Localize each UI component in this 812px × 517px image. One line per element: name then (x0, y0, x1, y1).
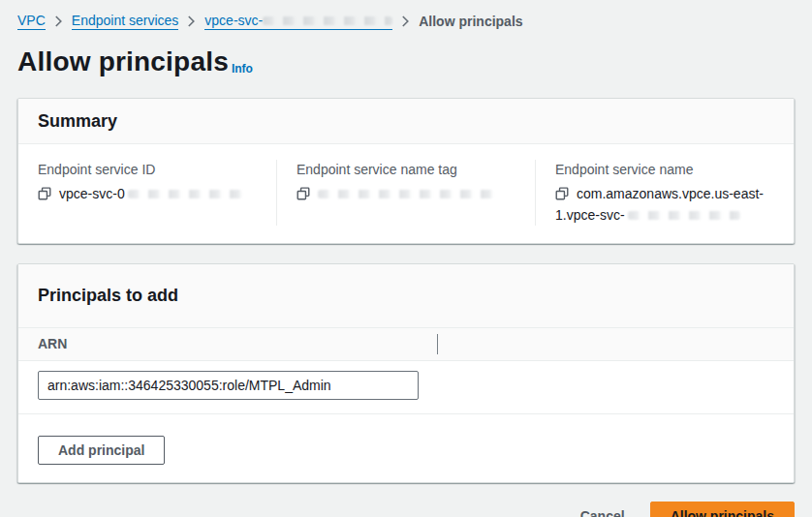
arn-input-row (18, 361, 794, 414)
principals-title: Principals to add (38, 285, 774, 306)
copy-icon[interactable] (38, 187, 51, 200)
breadcrumb-current: Allow principals (419, 13, 522, 30)
principals-card-header: Principals to add (18, 264, 794, 328)
chevron-right-icon (187, 15, 196, 27)
redacted-text (318, 190, 494, 198)
breadcrumb-link-vpc[interactable]: VPC (17, 12, 46, 30)
summary-body: Endpoint service ID vpce-svc-0 Endpoint … (18, 144, 794, 243)
summary-field-endpoint-service-name: Endpoint service name com.amazonaws.vpce… (535, 160, 794, 226)
summary-title: Summary (38, 111, 774, 131)
copy-icon[interactable] (555, 187, 569, 200)
breadcrumb: VPC Endpoint services vpce-svc- Allow pr… (17, 12, 795, 30)
field-value: com.amazonaws.vpce.us-east-1.vpce-svc- (555, 183, 774, 226)
breadcrumb-link-endpoint-services[interactable]: Endpoint services (72, 12, 179, 30)
column-divider (437, 334, 438, 354)
allow-principals-page: VPC Endpoint services vpce-svc- Allow pr… (0, 0, 812, 517)
redacted-text (263, 16, 392, 25)
field-value: vpce-svc-0 (38, 183, 257, 204)
service-id-prefix: vpce-svc- (204, 12, 263, 29)
redacted-text (128, 190, 242, 198)
page-title-row: Allow principals Info (17, 46, 795, 78)
redacted-text (628, 211, 740, 220)
arn-input[interactable] (38, 371, 419, 400)
chevron-right-icon (54, 15, 63, 27)
arn-column-label: ARN (38, 336, 67, 351)
field-label: Endpoint service name (555, 160, 774, 179)
field-value (297, 183, 515, 204)
chevron-right-icon (401, 15, 410, 27)
arn-column-header: ARN (18, 328, 794, 361)
allow-principals-button[interactable]: Allow principals (650, 502, 795, 517)
summary-card: Summary Endpoint service ID vpce-svc-0 E… (17, 98, 795, 244)
field-label: Endpoint service name tag (297, 160, 515, 179)
page-title: Allow principals (17, 46, 229, 78)
breadcrumb-link-service-id[interactable]: vpce-svc- (204, 12, 392, 30)
summary-field-endpoint-service-id: Endpoint service ID vpce-svc-0 (18, 160, 276, 226)
info-link[interactable]: Info (229, 62, 253, 78)
summary-card-header: Summary (18, 99, 794, 144)
principals-card-footer: Add principal (18, 414, 794, 482)
field-value-text: vpce-svc-0 (59, 186, 125, 201)
footer-actions: Cancel Allow principals (17, 502, 795, 517)
add-principal-button[interactable]: Add principal (38, 436, 165, 465)
field-label: Endpoint service ID (38, 160, 257, 179)
principals-to-add-card: Principals to add ARN Add principal (17, 263, 795, 483)
cancel-button[interactable]: Cancel (580, 503, 625, 517)
summary-field-endpoint-service-name-tag: Endpoint service name tag (276, 160, 535, 226)
copy-icon[interactable] (297, 187, 310, 200)
